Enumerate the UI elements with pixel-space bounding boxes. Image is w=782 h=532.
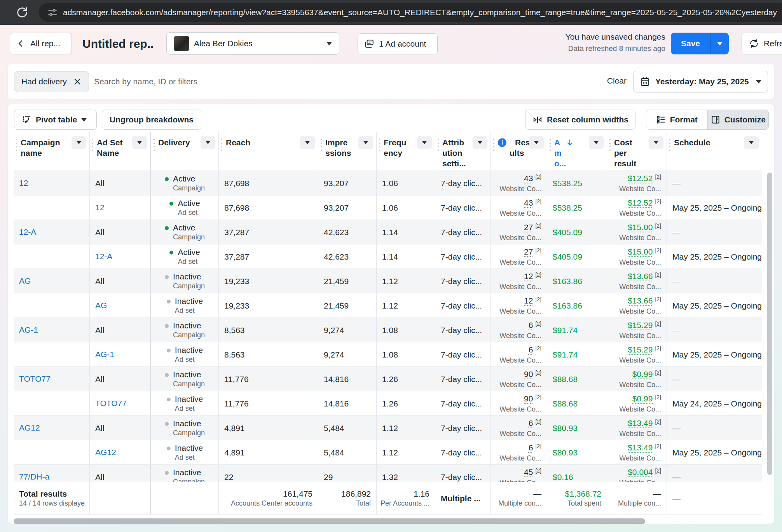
column-resize-handle[interactable] <box>550 139 551 153</box>
campaign-link[interactable]: AG-1 <box>19 325 84 335</box>
pivot-table-button[interactable]: Pivot table <box>14 110 97 130</box>
results-value[interactable]: 45 <box>524 467 533 476</box>
column-header-results[interactable]: Res ults <box>491 132 547 171</box>
column-header-reach[interactable]: Reach <box>219 132 318 171</box>
url-text[interactable]: adsmanager.facebook.com/adsmanager/repor… <box>63 8 777 17</box>
column-menu-button[interactable] <box>417 136 432 149</box>
column-header-schedule[interactable]: Schedule <box>667 132 762 171</box>
column-header-cost-per-result[interactable]: Cost per result <box>607 132 667 171</box>
ad-account-button[interactable]: 1 Ad account <box>358 33 438 54</box>
search-input[interactable] <box>94 64 444 99</box>
cost-per-result-value[interactable]: $13.49 <box>628 419 653 427</box>
column-resize-handle[interactable] <box>609 139 611 153</box>
format-button[interactable]: Format <box>646 110 707 129</box>
results-value[interactable]: 12 <box>524 272 533 281</box>
ungroup-breakdowns-button[interactable]: Ungroup breakdowns <box>102 110 201 130</box>
vertical-scrollbar[interactable] <box>767 173 772 475</box>
cost-per-result-value[interactable]: $15.00 <box>628 223 653 232</box>
column-header-attribution-setting[interactable]: Attrib ution setti... <box>435 132 491 171</box>
cost-per-result-value[interactable]: $0.99 <box>632 370 653 379</box>
column-header-frequency[interactable]: Frequ ency <box>377 132 435 171</box>
cost-per-result-value[interactable]: $15.29 <box>628 321 653 330</box>
campaign-link[interactable]: TOTO77 <box>19 374 84 384</box>
results-value[interactable]: 12 <box>524 296 533 305</box>
cost-per-result-value[interactable]: $13.49 <box>628 443 653 452</box>
adset-link[interactable]: 12-A <box>95 252 145 261</box>
results-value[interactable]: 6 <box>529 419 533 427</box>
browser-reload-icon[interactable] <box>16 6 29 19</box>
close-icon[interactable] <box>73 77 82 86</box>
results-value[interactable]: 43 <box>524 174 533 183</box>
cost-per-result-value[interactable]: $13.66 <box>628 272 653 281</box>
column-header-ad-set-name[interactable]: Ad Set Name <box>90 132 150 171</box>
refresh-button[interactable]: Refresh <box>742 33 782 54</box>
had-delivery-filter-chip[interactable]: Had delivery <box>14 71 89 92</box>
column-menu-button[interactable] <box>649 136 663 149</box>
column-menu-button[interactable] <box>358 136 373 149</box>
clear-button[interactable]: Clear <box>607 76 627 85</box>
cost-per-result-value[interactable]: $15.29 <box>628 345 653 354</box>
campaign-link[interactable]: 77/DH-a <box>19 472 84 481</box>
results-value[interactable]: 90 <box>524 370 533 379</box>
column-menu-button[interactable] <box>589 136 604 149</box>
column-menu-button[interactable] <box>529 136 544 149</box>
campaign-link[interactable]: AG <box>19 276 84 286</box>
results-value[interactable]: 27 <box>524 247 533 256</box>
column-resize-handle[interactable] <box>16 139 17 153</box>
cost-per-result-value[interactable]: $12.52 <box>628 174 653 183</box>
results-value[interactable]: 90 <box>524 394 533 403</box>
column-resize-handle[interactable] <box>438 139 439 153</box>
reset-column-widths-button[interactable]: Reset column widths <box>525 110 635 130</box>
adset-link[interactable]: 12 <box>95 203 145 212</box>
column-resize-handle[interactable] <box>669 139 670 153</box>
column-resize-handle[interactable] <box>321 139 322 153</box>
cost-per-result-value[interactable]: $12.52 <box>628 198 653 207</box>
all-reports-back-button[interactable]: All rep... <box>10 33 72 54</box>
results-value[interactable]: 6 <box>529 321 533 330</box>
cost-per-result-value[interactable]: $13.66 <box>628 296 653 305</box>
date-range-button[interactable]: Yesterday: May 25, 2025 <box>633 71 768 92</box>
column-menu-button[interactable] <box>72 136 86 149</box>
results-value[interactable]: 27 <box>524 223 533 232</box>
column-header-amount-spent[interactable]: A m o... <box>547 132 607 171</box>
customize-button[interactable]: Customize <box>707 110 769 129</box>
results-note: Website Co... <box>499 429 541 438</box>
delivery-text: InactiveCampaign <box>173 467 205 482</box>
info-icon[interactable] <box>498 138 506 147</box>
adset-link[interactable]: TOTO77 <box>95 399 145 408</box>
cost-per-result-value[interactable]: $0.99 <box>632 394 653 403</box>
site-settings-icon[interactable] <box>47 7 58 17</box>
campaign-link[interactable]: 12 <box>19 178 84 188</box>
horizontal-scrollbar[interactable] <box>14 518 645 524</box>
column-header-impressions[interactable]: Impre ssions <box>318 132 377 171</box>
column-resize-handle[interactable] <box>221 139 222 153</box>
adset-link[interactable]: AG <box>95 301 145 310</box>
results-value[interactable]: 6 <box>529 345 533 354</box>
column-resize-handle[interactable] <box>379 139 380 153</box>
results-footnote: [2] <box>535 296 541 302</box>
adset-link[interactable]: AG12 <box>95 448 145 457</box>
cost-per-result-value[interactable]: $0.004 <box>628 467 653 476</box>
column-resize-handle[interactable] <box>92 139 93 153</box>
column-menu-button[interactable] <box>300 136 315 149</box>
cell-attribution: 7-day clic... <box>435 416 491 440</box>
campaign-link[interactable]: AG12 <box>19 423 84 433</box>
cost-per-result-value[interactable]: $15.00 <box>628 247 653 256</box>
column-menu-button[interactable] <box>744 136 759 149</box>
column-header-campaign-name[interactable]: Campaign name <box>14 132 90 171</box>
save-button[interactable]: Save <box>671 33 710 54</box>
column-resize-handle[interactable] <box>154 139 155 153</box>
account-selector[interactable]: Alea Ber Dokies <box>166 32 339 55</box>
column-menu-button[interactable] <box>473 136 487 149</box>
adset-link[interactable]: AG-1 <box>95 350 145 359</box>
results-value[interactable]: 43 <box>524 198 533 207</box>
column-menu-button[interactable] <box>201 136 215 149</box>
save-menu-button[interactable] <box>710 33 729 54</box>
column-resize-handle[interactable] <box>493 139 494 153</box>
browser-address-pill[interactable]: adsmanager.facebook.com/adsmanager/repor… <box>39 3 782 22</box>
results-value[interactable]: 6 <box>529 443 533 452</box>
column-menu-button[interactable] <box>132 136 147 149</box>
campaign-link[interactable]: 12-A <box>19 227 84 237</box>
column-header-delivery[interactable]: Delivery <box>150 132 219 171</box>
cell-value: 1.32 <box>382 472 429 482</box>
